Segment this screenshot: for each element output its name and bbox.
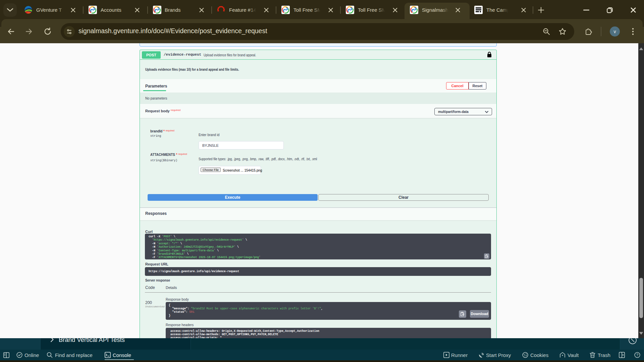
svg-text:?: ? xyxy=(636,353,638,357)
